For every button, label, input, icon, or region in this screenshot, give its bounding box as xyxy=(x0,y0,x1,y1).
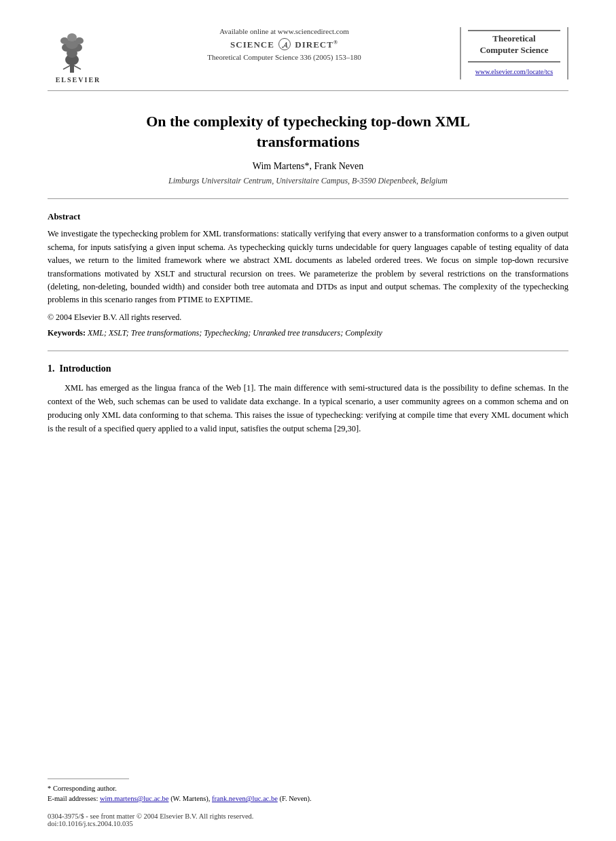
section-title-text: Introduction xyxy=(60,363,111,374)
elsevier-tree-icon xyxy=(50,27,107,75)
email1-link[interactable]: wim.martens@luc.ac.be xyxy=(100,795,169,802)
journal-url[interactable]: www.elsevier.com/locate/tcs xyxy=(475,68,553,75)
keywords: Keywords: XML; XSLT; Tree transformation… xyxy=(48,328,568,338)
section-title: 1. Introduction xyxy=(48,363,568,374)
affiliation: Limburgs Universitair Centrum, Universit… xyxy=(48,176,568,186)
article-title-section: On the complexity of typechecking top-do… xyxy=(48,111,568,186)
svg-point-6 xyxy=(60,37,69,44)
journal-title-box: TheoreticalComputer Science www.elsevier… xyxy=(460,27,568,79)
footer: * Corresponding author. E-mail addresses… xyxy=(48,779,568,828)
abstract-divider xyxy=(48,351,568,351)
keywords-values: XML; XSLT; Tree transformations; Typeche… xyxy=(88,328,382,338)
keywords-label: Keywords: xyxy=(48,328,86,338)
available-online-text: Available online at www.sciencedirect.co… xyxy=(122,27,446,35)
header-center: Available online at www.sciencedirect.co… xyxy=(109,27,460,61)
intro-paragraph-1: XML has emerged as the lingua franca of … xyxy=(48,381,568,435)
introduction-body: XML has emerged as the lingua franca of … xyxy=(48,381,568,435)
email2-link[interactable]: frank.neven@luc.ac.be xyxy=(212,795,278,802)
corresponding-author-note: * Corresponding author. xyxy=(48,783,568,794)
abstract-title: Abstract xyxy=(48,211,568,222)
email-label: E-mail addresses: xyxy=(48,795,98,802)
header: ELSEVIER Available online at www.science… xyxy=(48,27,568,91)
footnotes: * Corresponding author. E-mail addresses… xyxy=(48,783,568,805)
page: ELSEVIER Available online at www.science… xyxy=(0,0,616,841)
email-line: E-mail addresses: wim.martens@luc.ac.be … xyxy=(48,793,568,804)
doi-line: doi:10.1016/j.tcs.2004.10.035 xyxy=(48,820,568,827)
authors: Wim Martens*, Frank Neven xyxy=(48,161,568,172)
footer-bottom: 0304-3975/$ - see front matter © 2004 El… xyxy=(48,812,568,827)
sciencedirect-logo: SCIENCE 𝓐 DIRECT® xyxy=(122,38,446,50)
corresponding-author-label: * Corresponding author. xyxy=(48,785,117,792)
copyright-text: © 2004 Elsevier B.V. All rights reserved… xyxy=(48,312,568,323)
introduction-section: 1. Introduction XML has emerged as the l… xyxy=(48,363,568,435)
section-number: 1. xyxy=(48,363,55,374)
journal-reference: Theoretical Computer Science 336 (2005) … xyxy=(122,53,446,61)
footnote-divider xyxy=(48,779,129,779)
article-title: On the complexity of typechecking top-do… xyxy=(48,111,568,151)
abstract-text: We investigate the typechecking problem … xyxy=(48,228,568,306)
elsevier-logo: ELSEVIER xyxy=(48,27,109,84)
sd-circle-icon: 𝓐 xyxy=(278,38,291,50)
email1-person: (W. Martens), xyxy=(170,795,210,802)
elsevier-label: ELSEVIER xyxy=(56,76,101,84)
email2-person: (F. Neven). xyxy=(279,795,311,802)
svg-point-7 xyxy=(75,37,84,44)
journal-title: TheoreticalComputer Science xyxy=(468,33,560,56)
abstract-section: Abstract We investigate the typechecking… xyxy=(48,211,568,338)
title-divider xyxy=(48,198,568,199)
svg-point-8 xyxy=(67,33,77,41)
issn-line: 0304-3975/$ - see front matter © 2004 El… xyxy=(48,812,568,820)
